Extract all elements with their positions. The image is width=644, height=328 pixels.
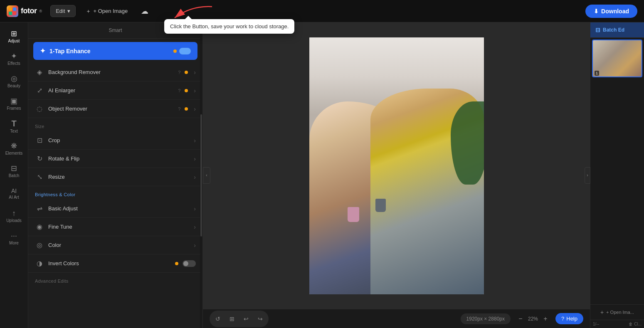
history-icon: ⊞	[229, 316, 234, 322]
scrollbar-track	[200, 22, 202, 328]
sidebar-item-elements[interactable]: ❋ Elements	[2, 138, 26, 160]
reset-button[interactable]: ↺	[211, 312, 225, 326]
clear-label: Cl...	[634, 322, 642, 326]
download-button[interactable]: ⬇ Download	[585, 5, 637, 18]
crop-icon: ⊡	[35, 136, 44, 144]
beauty-icon: ◎	[11, 75, 17, 82]
resize-icon: ⤡	[35, 173, 44, 181]
open-image-label: + Open Image	[94, 8, 128, 14]
tool-ai-enlarger[interactable]: ⤢ AI Enlarger ? ›	[28, 81, 202, 100]
sidebar-item-beauty[interactable]: ◎ Beauty	[2, 71, 26, 92]
advanced-section-label: Advanced Edits	[28, 273, 202, 286]
tap-enhance-button[interactable]: ✦ 1-Tap Enhance	[33, 42, 197, 60]
open-image-button[interactable]: ＋ + Open Image	[81, 5, 133, 17]
enhance-icon: ✦	[40, 47, 45, 55]
uploads-icon: ↑	[12, 210, 16, 217]
undo-button[interactable]: ↩	[239, 312, 253, 326]
zoom-in-button[interactable]: +	[540, 314, 550, 324]
thumbnail-1[interactable]: 1	[592, 39, 642, 77]
invert-dot	[175, 262, 178, 265]
bg-remover-help: ?	[178, 70, 180, 75]
tool-basic-adjust[interactable]: ⇌ Basic Adjust ›	[28, 200, 202, 218]
add-image-button[interactable]: + + Open Ima...	[590, 304, 644, 320]
tool-rotate-flip[interactable]: ↻ Rotate & Flip ›	[28, 150, 202, 168]
color-label: Color	[48, 242, 190, 248]
sidebar-item-adjust[interactable]: ⊞ Adjust	[2, 26, 26, 47]
svg-rect-3	[13, 12, 16, 15]
frames-label: Frames	[7, 106, 21, 111]
tool-fine-tune[interactable]: ◉ Fine Tune ›	[28, 218, 202, 236]
svg-rect-2	[9, 12, 12, 15]
batch-icon: ⊟	[11, 165, 17, 172]
invert-icon: ◑	[35, 259, 44, 267]
batch-edit-icon: ⊟	[595, 27, 600, 33]
tool-invert-colors[interactable]: ◑ Invert Colors	[28, 254, 202, 273]
enhance-toggle[interactable]	[179, 48, 191, 54]
resize-arrow: ›	[194, 174, 196, 180]
tool-object-remover[interactable]: ◌ Object Remover ? ›	[28, 100, 202, 118]
canvas-area: ‹	[203, 22, 590, 328]
rotate-flip-arrow: ›	[194, 155, 196, 162]
logo-sup: ®	[39, 9, 42, 13]
image-count: 1/--	[593, 322, 599, 326]
trash-icon: 🗑	[629, 322, 633, 326]
brightness-section-label: Brightness & Color	[28, 186, 202, 200]
edit-label: Edit	[56, 8, 65, 14]
cloud-icon: ☁	[141, 7, 148, 16]
history-button[interactable]: ⊞	[225, 312, 239, 326]
sidebar-item-ai-art[interactable]: AI AI Art	[2, 183, 26, 205]
redo-button[interactable]: ↪	[254, 312, 267, 326]
photo-scene	[309, 37, 484, 294]
ai-art-label: AI Art	[9, 195, 19, 200]
edit-button[interactable]: Edit ▾	[50, 5, 75, 17]
tool-background-remover[interactable]: ◈ Background Remover ? ›	[28, 63, 202, 81]
sidebar-item-effects[interactable]: ✦ Effects	[2, 48, 26, 70]
sidebar-item-frames[interactable]: ▣ Frames	[2, 93, 26, 115]
object-remover-arrow: ›	[194, 106, 196, 112]
ai-enlarger-icon: ⤢	[35, 86, 44, 94]
fine-tune-label: Fine Tune	[48, 224, 190, 230]
svg-rect-1	[13, 7, 16, 11]
beauty-label: Beauty	[7, 84, 20, 88]
canvas-center	[203, 22, 590, 309]
zoom-controls: − 22% +	[516, 314, 550, 324]
fine-tune-icon: ◉	[35, 223, 44, 231]
ai-enlarger-dot	[185, 89, 188, 92]
redo-icon: ↪	[258, 316, 263, 322]
dimension-info: 1920px × 2880px	[461, 313, 511, 324]
dimensions-text: 1920px × 2880px	[466, 316, 505, 322]
plus-icon-right: +	[600, 309, 604, 316]
clear-button[interactable]: 🗑 Cl...	[629, 322, 642, 326]
help-button[interactable]: ? Help	[555, 313, 583, 324]
ai-enlarger-help: ?	[178, 88, 180, 93]
batch-edit-button[interactable]: ⊟ Batch Ed	[590, 22, 644, 38]
zoom-out-button[interactable]: −	[516, 314, 526, 324]
main-content: ⊞ Adjust ✦ Effects ◎ Beauty ▣ Frames T T…	[0, 22, 644, 328]
tool-color[interactable]: ◎ Color ›	[28, 236, 202, 254]
basic-adjust-arrow: ›	[194, 205, 196, 212]
object-remover-help: ?	[178, 106, 180, 111]
canvas-image[interactable]	[309, 37, 484, 294]
sidebar-item-uploads[interactable]: ↑ Uploads	[2, 205, 26, 227]
color-icon: ◎	[35, 241, 44, 249]
rotate-flip-label: Rotate & Flip	[48, 155, 190, 162]
sidebar-item-text[interactable]: T Text	[2, 116, 26, 137]
tool-resize[interactable]: ⤡ Resize ›	[28, 168, 202, 186]
right-panel-collapse-button[interactable]: ›	[585, 167, 590, 184]
logo-icon	[7, 5, 18, 17]
bg-remover-dot	[185, 71, 188, 74]
uploads-label: Uploads	[6, 218, 22, 223]
chevron-down-icon: ▾	[67, 8, 70, 14]
bg-remover-arrow: ›	[194, 69, 196, 76]
right-panel: ⊟ Batch Ed 1 + + Open Ima... 1/-- 🗑 Cl..…	[590, 22, 644, 328]
sidebar-item-more[interactable]: ··· More	[2, 228, 26, 249]
basic-adjust-icon: ⇌	[35, 205, 44, 212]
invert-toggle[interactable]	[183, 260, 196, 267]
tool-crop[interactable]: ⊡ Crop ›	[28, 131, 202, 150]
sidebar-item-batch[interactable]: ⊟ Batch	[2, 160, 26, 182]
left-nav: ⊞ Adjust ✦ Effects ◎ Beauty ▣ Frames T T…	[0, 22, 28, 328]
object-remover-label: Object Remover	[48, 106, 172, 112]
plus-icon: ＋	[86, 7, 91, 15]
scrollbar-thumb[interactable]	[200, 114, 202, 237]
logo-text: fotor	[21, 7, 37, 15]
